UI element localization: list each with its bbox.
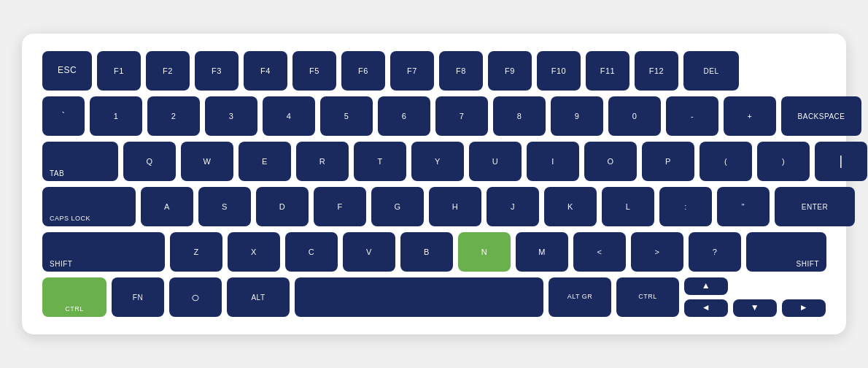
key-7[interactable]: 7 (435, 96, 488, 136)
key-alt-left[interactable]: ALT (227, 277, 290, 317)
key-minus[interactable]: - (666, 96, 718, 136)
key-fn[interactable]: FN (112, 277, 164, 317)
key-u[interactable]: U (469, 142, 522, 181)
key-l[interactable]: L (602, 187, 654, 226)
key-f9[interactable]: F9 (488, 51, 532, 91)
key-m[interactable]: M (516, 232, 568, 272)
key-lparen[interactable]: ( (700, 142, 752, 181)
key-f[interactable]: F (314, 187, 366, 226)
key-z[interactable]: Z (170, 232, 222, 272)
key-g[interactable]: G (371, 187, 424, 226)
key-f3[interactable]: F3 (195, 51, 239, 91)
key-f12[interactable]: F12 (635, 51, 678, 91)
key-o[interactable]: O (584, 142, 637, 181)
key-j[interactable]: J (487, 187, 539, 226)
key-f6[interactable]: F6 (341, 51, 385, 91)
key-t[interactable]: T (354, 142, 406, 181)
key-gt[interactable]: > (631, 232, 683, 272)
key-arrow-down[interactable]: ▼ (733, 299, 777, 317)
key-backtick[interactable]: ` (42, 96, 85, 136)
key-f1[interactable]: F1 (97, 51, 141, 91)
key-ctrl-left[interactable]: CTRL (42, 277, 106, 317)
key-h[interactable]: H (429, 187, 481, 226)
key-b[interactable]: B (400, 232, 453, 272)
key-n[interactable]: N (458, 232, 511, 272)
key-1[interactable]: 1 (90, 96, 142, 136)
key-altgr[interactable]: ALT GR (549, 277, 611, 317)
row-numbers: ` 1 2 3 4 5 6 7 8 9 0 - + BACKSPACE (42, 96, 826, 136)
key-shift-right[interactable]: SHIFT (746, 232, 826, 272)
key-5[interactable]: 5 (320, 96, 373, 136)
key-rparen[interactable]: ) (757, 142, 810, 181)
row-qwerty: TAB Q W E R T Y U I O P ( ) | (42, 142, 826, 181)
key-del[interactable]: DEL (683, 51, 739, 91)
key-shift-left[interactable]: SHIFT (42, 232, 165, 272)
key-w[interactable]: W (181, 142, 233, 181)
key-x[interactable]: X (228, 232, 280, 272)
key-k[interactable]: K (544, 187, 597, 226)
key-2[interactable]: 2 (147, 96, 200, 136)
key-tab[interactable]: TAB (42, 142, 118, 181)
key-f7[interactable]: F7 (390, 51, 434, 91)
key-8[interactable]: 8 (493, 96, 546, 136)
key-f10[interactable]: F10 (537, 51, 581, 91)
row-function: ESC F1 F2 F3 F4 F5 F6 F7 F8 F9 F10 F11 F… (42, 51, 826, 91)
key-f5[interactable]: F5 (292, 51, 336, 91)
key-i[interactable]: I (527, 142, 579, 181)
key-pipe[interactable]: | (815, 142, 867, 181)
key-ctrl-right[interactable]: CTRL (616, 277, 679, 317)
key-enter[interactable]: ENTER (775, 187, 855, 226)
key-backspace[interactable]: BACKSPACE (781, 96, 861, 136)
key-question[interactable]: ? (689, 232, 741, 272)
key-space[interactable] (295, 277, 543, 317)
key-quote[interactable]: " (717, 187, 770, 226)
key-s[interactable]: S (198, 187, 251, 226)
key-plus[interactable]: + (724, 96, 776, 136)
keyboard: ESC F1 F2 F3 F4 F5 F6 F7 F8 F9 F10 F11 F… (22, 34, 846, 334)
key-q[interactable]: Q (123, 142, 176, 181)
key-3[interactable]: 3 (205, 96, 257, 136)
key-a[interactable]: A (141, 187, 193, 226)
key-lt[interactable]: < (573, 232, 626, 272)
key-4[interactable]: 4 (263, 96, 315, 136)
key-arrow-up[interactable]: ▲ (684, 277, 728, 295)
row-bottom: CTRL FN ○ ALT ALT GR CTRL ▲ ◄ ▼ ► (42, 277, 826, 317)
key-v[interactable]: V (343, 232, 395, 272)
key-colon[interactable]: : (659, 187, 712, 226)
key-arrow-right[interactable]: ► (782, 299, 826, 317)
key-6[interactable]: 6 (378, 96, 430, 136)
key-y[interactable]: Y (411, 142, 464, 181)
arrow-keys: ▲ ◄ ▼ ► (684, 277, 826, 317)
key-f11[interactable]: F11 (586, 51, 629, 91)
key-f2[interactable]: F2 (146, 51, 190, 91)
key-9[interactable]: 9 (551, 96, 603, 136)
key-p[interactable]: P (642, 142, 694, 181)
key-f4[interactable]: F4 (244, 51, 287, 91)
key-e[interactable]: E (239, 142, 291, 181)
key-arrow-left[interactable]: ◄ (684, 299, 728, 317)
key-esc[interactable]: ESC (42, 51, 92, 91)
key-capslock[interactable]: CAPS LOCK (42, 187, 136, 226)
row-asdf: CAPS LOCK A S D F G H J K L : " ENTER (42, 187, 826, 226)
key-d[interactable]: D (256, 187, 309, 226)
key-c[interactable]: C (285, 232, 338, 272)
row-zxcv: SHIFT Z X C V B N M < > ? SHIFT (42, 232, 826, 272)
key-0[interactable]: 0 (608, 96, 661, 136)
key-r[interactable]: R (296, 142, 349, 181)
key-os[interactable]: ○ (169, 277, 222, 317)
key-f8[interactable]: F8 (439, 51, 483, 91)
